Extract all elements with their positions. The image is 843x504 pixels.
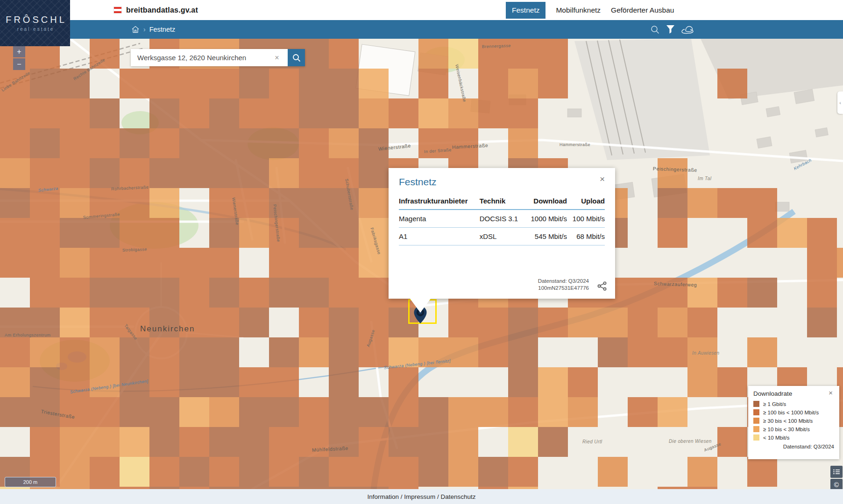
raster-cell: [508, 397, 538, 427]
raster-cell: [149, 248, 179, 278]
raster-cell: [389, 98, 418, 128]
copyright-button[interactable]: ©: [830, 479, 843, 489]
raster-cell: [239, 218, 269, 248]
raster-cell: [60, 69, 90, 98]
raster-cell: [149, 308, 179, 337]
list-icon: [833, 469, 840, 475]
raster-cell: [120, 308, 149, 337]
raster-cell: [239, 397, 269, 427]
raster-cell: [329, 128, 359, 158]
festnetz-popup: Festnetz × InfrastrukturanbieterTechnikD…: [389, 168, 615, 299]
raster-cell: [90, 188, 120, 218]
raster-cell: [30, 248, 60, 278]
home-icon[interactable]: [131, 25, 140, 34]
search-button[interactable]: [288, 49, 305, 66]
raster-cell: [807, 218, 837, 248]
raster-cell: [359, 457, 389, 487]
raster-cell: [777, 218, 807, 248]
raster-cell: [0, 367, 30, 397]
raster-cell: [179, 278, 209, 308]
raster-cell: [448, 128, 478, 158]
map-canvas[interactable]: NeunkirchenHammerstraßeWienerstraßeIn de…: [0, 39, 843, 489]
raster-cell: [538, 367, 568, 397]
table-row: A1xDSL545 Mbit/s68 Mbit/s: [399, 228, 605, 245]
raster-cell: [628, 397, 658, 427]
raster-cell: [568, 367, 598, 397]
raster-cell: [209, 337, 239, 367]
raster-cell: [478, 337, 508, 367]
popup-cell-ref: 100mN27531E47776: [538, 285, 589, 292]
table-cell: DOCSIS 3.1: [480, 210, 525, 228]
raster-cell: [687, 188, 717, 218]
raster-cell: [329, 367, 359, 397]
raster-cell: [239, 158, 269, 188]
raster-cell: [508, 98, 538, 128]
raster-cell: [448, 427, 478, 457]
raster-cell: [120, 248, 149, 278]
raster-cell: [359, 308, 389, 337]
raster-cell: [90, 278, 120, 308]
raster-cell: [239, 188, 269, 218]
raster-cell: [837, 248, 843, 278]
raster-cell: [90, 367, 120, 397]
raster-cell: [299, 188, 329, 218]
search-clear-icon[interactable]: ×: [270, 49, 283, 66]
raster-cell: [30, 218, 60, 248]
raster-cell: [120, 69, 149, 98]
zoom-out-button[interactable]: −: [13, 58, 25, 70]
raster-cell: [687, 457, 717, 487]
raster-cell: [299, 158, 329, 188]
raster-cell: [30, 397, 60, 427]
raster-cell: [120, 158, 149, 188]
popup-close-icon[interactable]: ×: [597, 174, 608, 185]
brand[interactable]: breitbandatlas.gv.at: [113, 0, 198, 20]
raster-cell: [90, 158, 120, 188]
raster-cell: [658, 278, 687, 308]
raster-cell: [209, 397, 239, 427]
raster-cell: [538, 427, 568, 457]
raster-cell: [269, 128, 299, 158]
raster-cell: [747, 278, 777, 308]
raster-cell: [90, 39, 120, 69]
panel-collapse-tab[interactable]: ‹: [837, 91, 843, 114]
raster-cell: [149, 128, 179, 158]
filter-icon[interactable]: [666, 25, 674, 34]
raster-cell: [508, 367, 538, 397]
legend-toggle-button[interactable]: [830, 466, 843, 478]
table-cell: 100 Mbit/s: [567, 210, 605, 228]
raster-cell: [359, 158, 389, 188]
raster-cell: [209, 427, 239, 457]
footer-links[interactable]: Information / Impressum / Datenschutz: [368, 493, 476, 500]
raster-cell: [658, 397, 687, 427]
raster-cell: [179, 427, 209, 457]
layers-icon[interactable]: [681, 25, 694, 34]
raster-cell: [60, 337, 90, 367]
chevron-left-icon: ‹: [839, 100, 841, 105]
nav-item-gef-rderter-ausbau[interactable]: Geförderter Ausbau: [611, 6, 674, 14]
column-header: Download: [524, 194, 567, 210]
nav-item-festnetz[interactable]: Festnetz: [506, 2, 545, 19]
table-cell: xDSL: [480, 228, 525, 245]
raster-cell: [60, 128, 90, 158]
austria-flag-icon: [113, 7, 122, 14]
raster-cell: [598, 337, 628, 367]
legend-close-icon[interactable]: ×: [826, 388, 836, 397]
raster-cell: [329, 158, 359, 188]
share-icon[interactable]: [597, 281, 608, 292]
raster-cell: [448, 457, 478, 487]
raster-cell: [239, 427, 269, 457]
raster-cell: [418, 457, 448, 487]
raster-cell: [120, 278, 149, 308]
legend-label: ≥ 1 Gbit/s: [763, 401, 786, 407]
raster-cell: [478, 39, 508, 69]
breadcrumb-current[interactable]: Festnetz: [149, 26, 176, 33]
search-tool-icon[interactable]: [651, 25, 659, 34]
nav-item-mobilfunknetz[interactable]: Mobilfunknetz: [556, 6, 601, 14]
raster-cell: [149, 367, 179, 397]
logo-text: FRÔSCHL: [6, 14, 67, 25]
zoom-in-button[interactable]: +: [13, 46, 25, 57]
search-input[interactable]: [131, 49, 288, 66]
breadcrumb: › Festnetz: [131, 20, 175, 39]
raster-cell: [60, 397, 90, 427]
table-row: MagentaDOCSIS 3.11000 Mbit/s100 Mbit/s: [399, 210, 605, 228]
